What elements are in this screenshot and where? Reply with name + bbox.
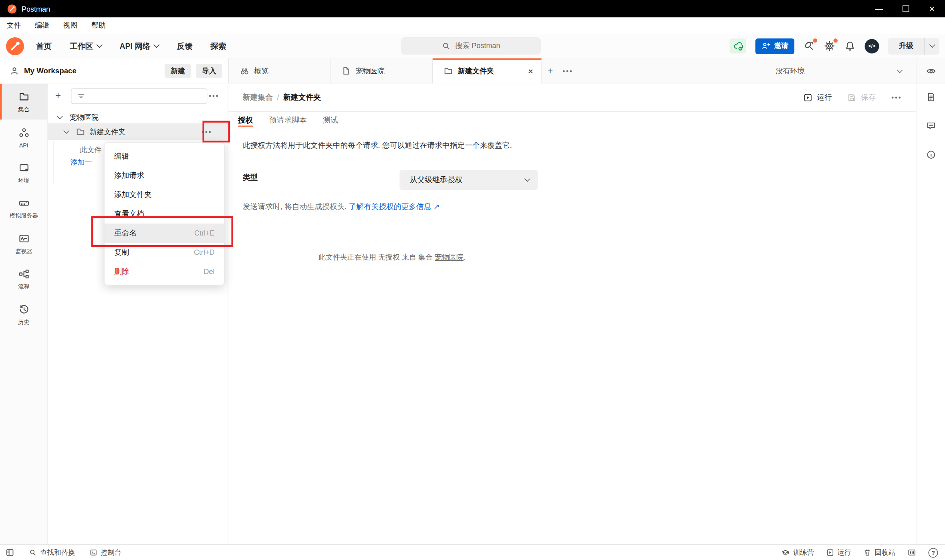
tab-label: 概览 bbox=[254, 66, 269, 76]
filter-icon bbox=[77, 92, 85, 101]
invite-label: 邀请 bbox=[774, 41, 788, 51]
console-icon bbox=[89, 549, 97, 557]
chevron-down-icon[interactable] bbox=[63, 127, 69, 133]
chevron-down-icon bbox=[897, 67, 903, 73]
api-nodes-icon bbox=[18, 127, 30, 139]
tree-folder-row[interactable]: 新建文件夹 ••• bbox=[48, 123, 228, 140]
tab-authorization[interactable]: 授权 bbox=[238, 111, 253, 126]
notification-dot bbox=[834, 38, 838, 43]
save-button[interactable]: 保存 bbox=[848, 92, 876, 103]
run-button[interactable]: 运行 bbox=[804, 92, 832, 103]
rail-item-flows[interactable]: 流程 bbox=[0, 262, 48, 297]
maximize-button[interactable] bbox=[893, 0, 919, 18]
info-icon[interactable] bbox=[926, 150, 937, 160]
menu-item-delete[interactable]: 删除 Del bbox=[105, 262, 224, 281]
sidebar-header: + ••• bbox=[48, 89, 228, 105]
open-tabs: 概览 宠物医院 新建文件夹 × + ••• bbox=[229, 58, 573, 84]
upgrade-button[interactable]: 升级 bbox=[888, 38, 939, 54]
nav-workspace[interactable]: 工作区 bbox=[70, 40, 102, 51]
invite-button[interactable]: 邀请 bbox=[756, 38, 795, 54]
postman-home-logo-icon[interactable] bbox=[6, 37, 24, 55]
main-content: 新建集合 / 新建文件夹 运行 保存 bbox=[228, 84, 917, 545]
minimize-button[interactable]: — bbox=[866, 0, 893, 18]
status-collection-link[interactable]: 宠物医院 bbox=[435, 253, 463, 262]
titlebar-left: Postman bbox=[0, 4, 50, 14]
runner-button[interactable]: 运行 bbox=[826, 548, 851, 557]
run-label: 运行 bbox=[817, 92, 832, 103]
comments-icon[interactable] bbox=[926, 121, 937, 131]
folder-icon bbox=[443, 66, 453, 76]
folder-tabs: 授权 预请求脚本 测试 bbox=[228, 111, 917, 129]
nav-explore[interactable]: 探索 bbox=[210, 40, 226, 51]
rail-label: API bbox=[19, 141, 28, 148]
settings-gear-icon[interactable] bbox=[824, 40, 836, 52]
menu-item-label: 添加请求 bbox=[114, 170, 144, 181]
profile-avatar[interactable]: </> bbox=[865, 39, 879, 53]
menu-help[interactable]: 帮助 bbox=[91, 20, 106, 31]
menu-item-label: 复制 bbox=[114, 247, 129, 258]
nav-home[interactable]: 首页 bbox=[36, 40, 52, 51]
menu-file[interactable]: 文件 bbox=[7, 20, 21, 31]
environment-quick-look[interactable] bbox=[916, 58, 945, 84]
close-button[interactable]: × bbox=[919, 0, 945, 18]
satellite-icon[interactable] bbox=[804, 40, 815, 52]
tab-new-folder-active[interactable]: 新建文件夹 × bbox=[433, 58, 542, 84]
add-tab-button[interactable]: + bbox=[548, 66, 553, 77]
menu-item-shortcut: Ctrl+D bbox=[194, 248, 215, 257]
bootcamp-button[interactable]: 训练营 bbox=[781, 548, 814, 557]
menu-item-add-request[interactable]: 添加请求 bbox=[105, 166, 224, 185]
documentation-icon[interactable] bbox=[926, 92, 937, 103]
nav-feedback[interactable]: 反馈 bbox=[177, 40, 192, 51]
workspace-title[interactable]: My Workspace bbox=[24, 67, 77, 75]
console-button[interactable]: 控制台 bbox=[89, 548, 121, 557]
tree-collection-row[interactable]: 宠物医院 bbox=[48, 110, 228, 125]
tab-tests[interactable]: 测试 bbox=[323, 111, 338, 126]
eye-icon bbox=[926, 66, 936, 76]
sidebar-more-button[interactable]: ••• bbox=[209, 92, 219, 99]
auth-type-value: 从父级继承授权 bbox=[410, 175, 462, 185]
trash-button[interactable]: 回收站 bbox=[863, 548, 895, 557]
import-button[interactable]: 导入 bbox=[196, 64, 222, 78]
tab-prerequest-script[interactable]: 预请求脚本 bbox=[269, 111, 307, 126]
learn-more-link[interactable]: 了解有关授权的更多信息 bbox=[349, 203, 431, 211]
rail-label: 模拟服务器 bbox=[10, 212, 38, 220]
rail-item-environments[interactable]: 环境 bbox=[0, 155, 48, 191]
toolbar-right: 邀请 </> 升级 bbox=[729, 34, 939, 58]
tab-overview[interactable]: 概览 bbox=[229, 58, 331, 84]
find-replace-button[interactable]: 查找和替换 bbox=[29, 548, 75, 557]
menu-edit[interactable]: 编辑 bbox=[35, 20, 49, 31]
upgrade-menu-button[interactable] bbox=[925, 45, 939, 47]
rail-item-mock-servers[interactable]: 模拟服务器 bbox=[0, 191, 48, 226]
nav-api-network[interactable]: API 网络 bbox=[120, 40, 159, 51]
bell-icon[interactable] bbox=[844, 40, 856, 52]
rail-item-history[interactable]: 历史 bbox=[0, 297, 48, 332]
two-pane-icon[interactable] bbox=[907, 548, 917, 557]
new-button[interactable]: 新建 bbox=[165, 64, 191, 78]
sidebar-add-button[interactable]: + bbox=[55, 90, 61, 101]
sidebar-toggle-icon[interactable] bbox=[6, 548, 15, 557]
search-input[interactable]: 搜索 Postman bbox=[401, 37, 541, 55]
rail-item-monitors[interactable]: 监视器 bbox=[0, 226, 48, 262]
auth-type-dropdown[interactable]: 从父级继承授权 bbox=[400, 170, 538, 190]
binoculars-icon bbox=[240, 66, 250, 76]
breadcrumb-parent[interactable]: 新建集合 bbox=[243, 92, 273, 103]
help-icon[interactable]: ? bbox=[929, 548, 938, 557]
folder-header-more-button[interactable]: ••• bbox=[891, 94, 902, 101]
rail-item-collections[interactable]: 集合 bbox=[0, 84, 48, 120]
tab-options-button[interactable]: ••• bbox=[563, 67, 573, 75]
maximize-icon bbox=[902, 6, 909, 12]
tab-collection[interactable]: 宠物医院 bbox=[330, 58, 433, 84]
play-square-icon bbox=[804, 93, 813, 102]
chevron-down-icon[interactable] bbox=[57, 113, 63, 119]
sync-status-icon[interactable] bbox=[729, 38, 746, 54]
tab-close-icon[interactable]: × bbox=[528, 66, 533, 76]
add-request-link[interactable]: 添加一 bbox=[71, 157, 92, 168]
menu-item-edit[interactable]: 编辑 bbox=[105, 147, 224, 166]
rail-item-api[interactable]: API bbox=[0, 120, 48, 155]
menu-view[interactable]: 视图 bbox=[63, 20, 78, 31]
status-left: 查找和替换 控制台 bbox=[0, 548, 121, 557]
menu-item-label: 编辑 bbox=[114, 151, 129, 161]
environment-selector[interactable]: 没有环境 bbox=[776, 58, 908, 84]
sidebar-filter-input[interactable] bbox=[71, 89, 208, 104]
menu-item-add-folder[interactable]: 添加文件夹 bbox=[105, 185, 224, 204]
